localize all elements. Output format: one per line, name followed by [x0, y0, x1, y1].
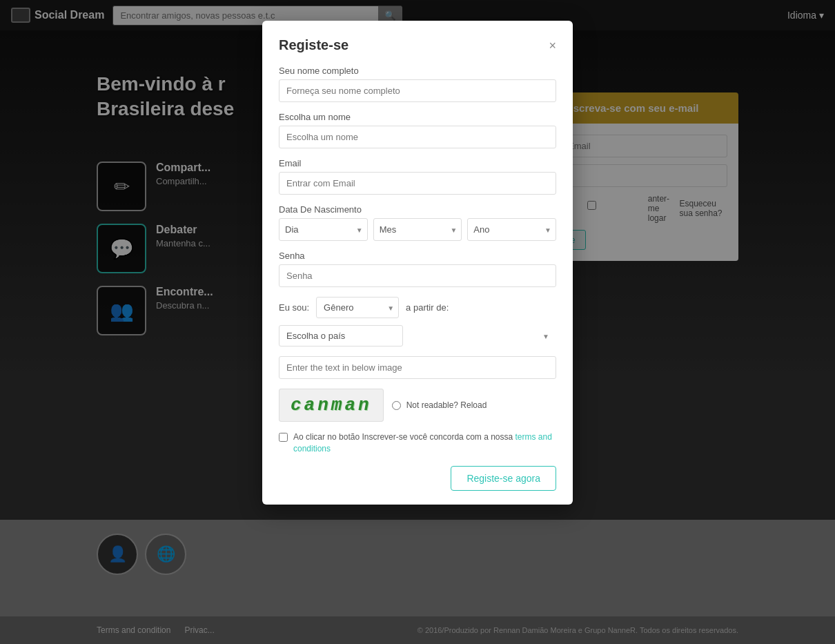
captcha-reload-label[interactable]: Not readable? Reload [406, 400, 487, 410]
modal-footer: Registe-se agora [279, 466, 556, 491]
modal-close-button[interactable]: × [549, 39, 556, 52]
terms-text[interactable]: Ao clicar no botão Inscrever-se você con… [293, 431, 556, 455]
dob-month-wrapper: Mes [373, 218, 462, 241]
dob-day-select[interactable]: Dia [279, 218, 368, 241]
full-name-label: Seu nome completo [279, 66, 556, 76]
full-name-input[interactable] [279, 79, 556, 102]
modal-title: Registe-se [279, 37, 348, 53]
dob-group: Data De Nascimento Dia Mes Ano [279, 204, 556, 241]
gender-select-wrapper: Gênero Masculino Feminino Outro [316, 297, 399, 318]
email-input[interactable] [279, 172, 556, 195]
modal-header: Registe-se × [279, 37, 556, 53]
captcha-image: canman [279, 389, 384, 422]
register-modal: Registe-se × Seu nome completo Escolha u… [262, 21, 573, 505]
email-label: Email [279, 158, 556, 168]
username-input[interactable] [279, 126, 556, 148]
password-group: Senha [279, 251, 556, 287]
username-label: Escolha um nome [279, 112, 556, 122]
captcha-text-input[interactable] [279, 356, 556, 379]
gender-select[interactable]: Gênero Masculino Feminino Outro [316, 297, 399, 318]
dob-row: Dia Mes Ano [279, 218, 556, 241]
terms-prefix-text: Ao clicar no botão Inscrever-se você con… [293, 432, 513, 442]
register-submit-button[interactable]: Registe-se agora [451, 466, 556, 491]
gender-prefix-label: Eu sou: [279, 302, 309, 313]
from-prefix-label: a partir de: [406, 302, 449, 313]
dob-month-select[interactable]: Mes [373, 218, 462, 241]
captcha-reload-radio[interactable] [392, 401, 401, 410]
email-group: Email [279, 158, 556, 195]
dob-year-select[interactable]: Ano [467, 218, 556, 241]
password-label: Senha [279, 251, 556, 261]
username-group: Escolha um nome [279, 112, 556, 148]
country-select[interactable]: Escolha o país Brasil Portugal Angola [279, 325, 403, 347]
country-select-wrapper: Escolha o país Brasil Portugal Angola [279, 325, 556, 347]
captcha-reload[interactable]: Not readable? Reload [392, 400, 487, 410]
captcha-input-group [279, 356, 556, 379]
terms-row: Ao clicar no botão Inscrever-se você con… [279, 431, 556, 455]
terms-checkbox[interactable] [279, 433, 288, 442]
dob-label: Data De Nascimento [279, 204, 556, 215]
dob-day-wrapper: Dia [279, 218, 368, 241]
password-input[interactable] [279, 264, 556, 287]
dob-year-wrapper: Ano [467, 218, 556, 241]
full-name-group: Seu nome completo [279, 66, 556, 102]
modal-overlay: Registe-se × Seu nome completo Escolha u… [0, 0, 835, 644]
captcha-row: canman Not readable? Reload [279, 389, 556, 422]
gender-country-row: Eu sou: Gênero Masculino Feminino Outro … [279, 297, 556, 318]
